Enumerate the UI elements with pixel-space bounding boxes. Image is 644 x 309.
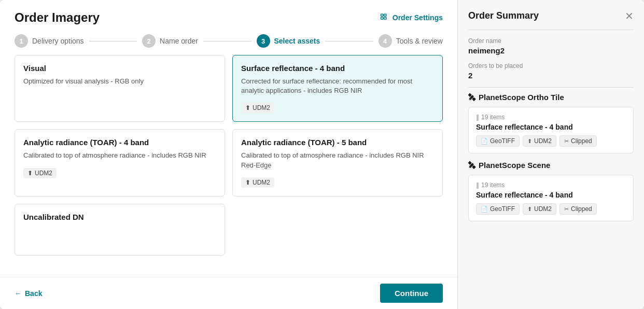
- badge-udm2-toar4: ⬆ UDM2: [23, 168, 57, 178]
- badge-udm2-ortho: ⬆ UDM2: [523, 135, 556, 147]
- asset-card-surface-badges: ⬆ UDM2: [241, 101, 434, 113]
- asset-card-surface-title: Surface reflectance - 4 band: [241, 64, 434, 73]
- sidebar-content: Order name neimeng2 Orders to be placed …: [458, 30, 644, 309]
- product-card-ortho: ‖ 19 items Surface reflectance - 4 band …: [468, 107, 634, 153]
- step-4-label: Tools & review: [396, 37, 443, 45]
- asset-card-toar5-title: Analytic radiance (TOAR) - 5 band: [241, 138, 434, 147]
- main-panel: Order Imagery Order Settings 1 Delivery …: [0, 0, 457, 309]
- step-3-circle: 3: [257, 34, 270, 48]
- cards-grid: Visual Optimized for visual analysis - R…: [15, 55, 443, 261]
- asset-card-surface-desc: Corrected for surface reflectance: recom…: [241, 77, 434, 95]
- modal-title: Order Imagery: [15, 10, 100, 25]
- step-4: 4 Tools & review: [379, 34, 443, 48]
- settings-icon: [380, 13, 389, 22]
- step-3-label: Select assets: [274, 37, 320, 45]
- badge-geotiff-scene: 📄 GeoTIFF: [476, 203, 520, 215]
- asset-card-toar4-title: Analytic radiance (TOAR) - 4 band: [23, 138, 216, 147]
- product-card-scene: ‖ 19 items Surface reflectance - 4 band …: [468, 175, 634, 221]
- product-ortho-count: ‖ 19 items: [476, 114, 626, 121]
- items-icon-ortho: ‖: [476, 114, 479, 121]
- modal-container: Order Imagery Order Settings 1 Delivery …: [0, 0, 644, 309]
- asset-card-uncalibrated[interactable]: Uncalibrated DN: [15, 204, 225, 256]
- asset-card-toar4-badges: ⬆ UDM2: [23, 166, 216, 178]
- svg-rect-2: [381, 17, 383, 19]
- udm2-badge-icon-scene: ⬆: [527, 206, 532, 213]
- orders-placed-field: Orders to be placed 2: [468, 62, 634, 80]
- modal-header: Order Imagery Order Settings: [0, 0, 457, 25]
- orders-placed-value: 2: [468, 71, 634, 80]
- step-2-circle: 2: [142, 34, 156, 48]
- sidebar-header: Order Summary ✕: [458, 0, 644, 30]
- summary-divider: [468, 87, 634, 88]
- badge-udm2-surface: ⬆ UDM2: [241, 103, 274, 113]
- badge-udm2-toar5: ⬆ UDM2: [241, 177, 274, 188]
- svg-rect-1: [384, 14, 386, 16]
- udm2-toar5-icon: ⬆: [245, 179, 250, 186]
- clipped-icon-scene: ✂: [564, 206, 569, 213]
- order-name-field: Order name neimeng2: [468, 37, 634, 55]
- udm2-badge-icon-ortho: ⬆: [527, 138, 532, 145]
- badge-geotiff-ortho: 📄 GeoTIFF: [476, 135, 520, 147]
- udm2-icon: ⬆: [245, 104, 250, 111]
- asset-card-uncal-title: Uncalibrated DN: [23, 213, 216, 221]
- asset-card-toar5-badges: ⬆ UDM2: [241, 175, 434, 188]
- satellite-icon-scene: 🛰: [468, 161, 475, 170]
- product-section-ortho: 🛰 PlanetScope Ortho Tile ‖ 19 items Surf…: [468, 93, 634, 153]
- product-scene-asset-name: Surface reflectance - 4 band: [476, 191, 626, 199]
- step-divider-2: [203, 41, 251, 41]
- product-section-scene: 🛰 PlanetScope Scene ‖ 19 items Surface r…: [468, 161, 634, 221]
- asset-card-visual[interactable]: Visual Optimized for visual analysis - R…: [15, 55, 225, 122]
- order-summary-sidebar: Order Summary ✕ Order name neimeng2 Orde…: [457, 0, 644, 309]
- step-2-label: Name order: [160, 37, 198, 45]
- clipped-icon-ortho: ✂: [564, 138, 569, 145]
- cards-area: Visual Optimized for visual analysis - R…: [0, 55, 457, 277]
- badge-clipped-scene: ✂ Clipped: [559, 203, 597, 215]
- product-ortho-asset-name: Surface reflectance - 4 band: [476, 123, 626, 131]
- order-settings-button[interactable]: Order Settings: [380, 13, 443, 22]
- asset-card-toar4-desc: Calibrated to top of atmosphere radiance…: [23, 151, 216, 160]
- continue-button[interactable]: Continue: [380, 284, 443, 303]
- step-1-circle: 1: [15, 34, 28, 48]
- badge-udm2-scene: ⬆ UDM2: [523, 203, 556, 215]
- continue-label: Continue: [395, 289, 428, 298]
- back-label: Back: [25, 289, 42, 298]
- back-button[interactable]: ← Back: [15, 289, 42, 298]
- asset-card-visual-title: Visual: [23, 64, 216, 73]
- step-1: 1 Delivery options: [15, 34, 84, 48]
- asset-card-toar5-desc: Calibrated to top of atmosphere radiance…: [241, 151, 434, 170]
- order-name-label: Order name: [468, 37, 634, 45]
- udm2-toar4-icon: ⬆: [27, 170, 33, 177]
- sidebar-title: Order Summary: [468, 10, 539, 21]
- svg-rect-3: [384, 17, 386, 19]
- step-divider-1: [89, 41, 137, 41]
- badge-clipped-ortho: ✂ Clipped: [559, 135, 597, 147]
- product-ortho-title: 🛰 PlanetScope Ortho Tile: [468, 93, 634, 102]
- file-icon-scene: 📄: [481, 206, 488, 213]
- step-2: 2 Name order: [142, 34, 198, 48]
- step-divider-3: [325, 41, 373, 41]
- product-scene-badges: 📄 GeoTIFF ⬆ UDM2 ✂ Clipped: [476, 203, 626, 215]
- orders-placed-label: Orders to be placed: [468, 62, 634, 69]
- asset-card-toar-5band[interactable]: Analytic radiance (TOAR) - 5 band Calibr…: [232, 129, 443, 196]
- step-1-label: Delivery options: [32, 37, 84, 45]
- stepper: 1 Delivery options 2 Name order 3 Select…: [0, 25, 457, 55]
- svg-rect-0: [381, 14, 383, 16]
- close-button[interactable]: ✕: [625, 11, 634, 21]
- step-3: 3 Select assets: [257, 34, 320, 48]
- asset-card-visual-desc: Optimized for visual analysis - RGB only: [23, 77, 216, 86]
- product-scene-count: ‖ 19 items: [476, 181, 626, 189]
- back-arrow-icon: ←: [15, 289, 22, 298]
- close-icon: ✕: [625, 10, 634, 22]
- step-4-circle: 4: [379, 34, 392, 48]
- file-icon-ortho: 📄: [481, 138, 488, 145]
- items-icon-scene: ‖: [476, 181, 479, 189]
- product-scene-title: 🛰 PlanetScope Scene: [468, 161, 634, 170]
- satellite-icon-ortho: 🛰: [468, 93, 475, 102]
- order-name-value: neimeng2: [468, 46, 634, 55]
- order-settings-label: Order Settings: [393, 13, 443, 22]
- asset-card-toar-4band[interactable]: Analytic radiance (TOAR) - 4 band Calibr…: [15, 129, 225, 196]
- asset-card-surface-reflectance[interactable]: Surface reflectance - 4 band Corrected f…: [232, 55, 443, 122]
- product-ortho-badges: 📄 GeoTIFF ⬆ UDM2 ✂ Clipped: [476, 135, 626, 147]
- modal-footer: ← Back Continue: [0, 277, 457, 309]
